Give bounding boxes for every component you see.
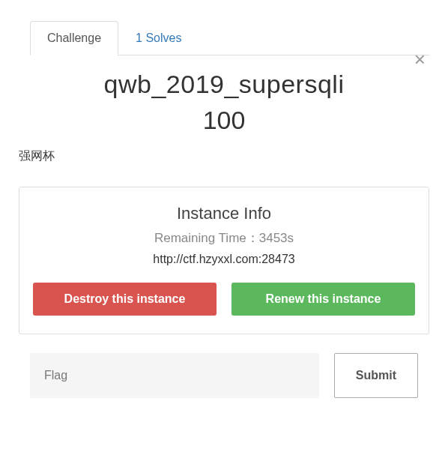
- instance-heading: Instance Info: [33, 204, 415, 223]
- instance-button-row: Destroy this instance Renew this instanc…: [33, 283, 415, 316]
- challenge-points: 100: [22, 106, 426, 135]
- flag-row: Submit: [30, 353, 418, 398]
- submit-button[interactable]: Submit: [334, 353, 418, 398]
- instance-url[interactable]: http://ctf.hzyxxl.com:28473: [33, 253, 415, 266]
- instance-panel: Instance Info Remaining Time：3453s http:…: [19, 187, 429, 334]
- remaining-time: Remaining Time：3453s: [33, 229, 415, 247]
- remaining-label: Remaining Time：: [154, 231, 259, 245]
- challenge-modal: × Challenge 1 Solves qwb_2019_supersqli …: [0, 21, 448, 476]
- challenge-category: 强网杯: [0, 142, 448, 187]
- title-block: qwb_2019_supersqli 100: [0, 55, 448, 142]
- tab-challenge[interactable]: Challenge: [30, 21, 118, 55]
- renew-button[interactable]: Renew this instance: [231, 283, 415, 316]
- destroy-button[interactable]: Destroy this instance: [33, 283, 217, 316]
- challenge-title: qwb_2019_supersqli: [22, 67, 426, 103]
- close-icon[interactable]: ×: [414, 49, 426, 69]
- tab-solves[interactable]: 1 Solves: [118, 21, 199, 55]
- remaining-value: 3453s: [259, 231, 294, 245]
- flag-input[interactable]: [30, 353, 319, 398]
- tab-bar: Challenge 1 Solves: [30, 21, 429, 55]
